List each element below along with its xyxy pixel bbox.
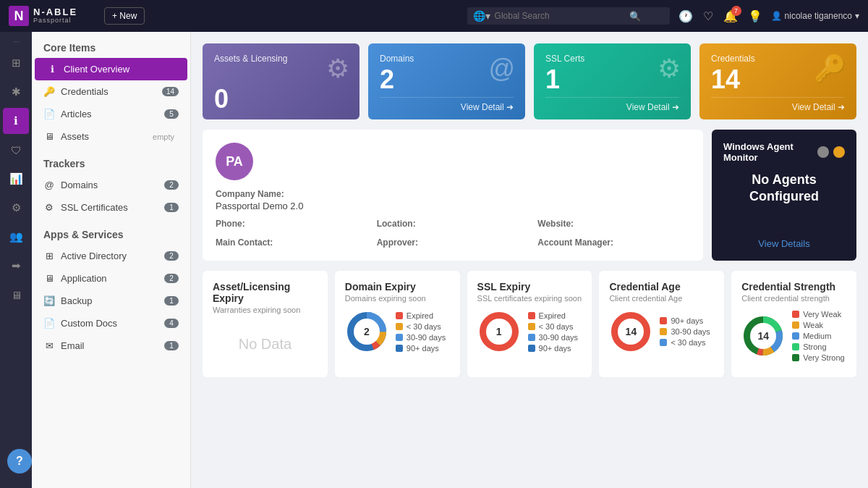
credential-age-donut-area: 14 90+ days 30-90 days < 30 days xyxy=(609,310,714,353)
stat-card-ssl[interactable]: SSL Certs 1 ⚙ View Detail ➜ xyxy=(534,43,691,119)
credential-strength-legend: Very Weak Weak Medium Strong Very Strong xyxy=(792,310,844,362)
ssl-donut-area: 1 Expired < 30 days 30-90 days 90+ days xyxy=(477,310,582,353)
legend-label: Medium xyxy=(803,332,831,340)
sidebar-icon-arrow[interactable]: ➡ xyxy=(3,253,29,279)
view-details-link[interactable]: View Details xyxy=(758,232,809,249)
sidebar-icon-chart[interactable]: 📊 xyxy=(3,166,29,192)
credential-strength-card: Credential Strength Client credential st… xyxy=(731,271,856,377)
new-button[interactable]: + New xyxy=(104,7,145,25)
legend-label: 90+ days xyxy=(539,344,571,353)
toggle-orange-button[interactable] xyxy=(833,146,845,158)
credential-strength-subtitle: Client credential strength xyxy=(741,294,846,303)
legend-dot xyxy=(792,343,799,350)
heart-icon[interactable]: ♡ xyxy=(703,9,713,23)
stat-card-domains-footer[interactable]: View Detail ➜ xyxy=(380,97,514,112)
sidebar-item-assets[interactable]: 🖥 Assets empty xyxy=(32,125,190,148)
legend-label: 30-90 days xyxy=(407,333,446,342)
ssl-icon: ⚙ xyxy=(43,202,55,213)
legend-dot xyxy=(396,345,403,352)
credential-age-donut-chart: 14 xyxy=(609,310,652,353)
sidebar-icon-settings[interactable]: ⚙ xyxy=(3,195,29,221)
globe-icon[interactable]: 🌐▾ xyxy=(473,10,490,22)
location-label: Location: xyxy=(377,219,529,229)
stat-card-assets-value: 0 xyxy=(214,86,348,112)
legend-item: < 30 days xyxy=(528,322,578,331)
legend-item: Very Weak xyxy=(792,310,844,319)
client-info-row: PA Company Name: Passportal Demo 2.0 Pho… xyxy=(203,130,856,261)
sidebar-label-ssl-certs: SSL Certificates xyxy=(61,202,158,213)
toggle-gray-button[interactable] xyxy=(817,146,829,158)
legend-dot xyxy=(528,323,535,330)
sidebar-label-client-overview: Client Overview xyxy=(64,64,176,75)
legend-dot xyxy=(396,334,403,341)
stat-card-credentials-icon: 🔑 xyxy=(814,54,846,84)
stat-card-credentials[interactable]: Credentials 14 🔑 View Detail ➜ xyxy=(699,43,856,119)
domain-expiry-subtitle: Domains expiring soon xyxy=(345,294,450,303)
domain-donut-chart: 2 xyxy=(345,310,388,353)
application-icon: 🖥 xyxy=(43,273,55,284)
help-button[interactable]: ? xyxy=(7,449,32,474)
approver-field: Approver: xyxy=(377,237,529,248)
sidebar-item-backup[interactable]: 🔄 Backup 1 xyxy=(32,290,190,312)
main-content: Assets & Licensing 0 ⚙ Domains 2 @ View … xyxy=(191,32,868,488)
backup-icon: 🔄 xyxy=(43,295,55,306)
trackers-title: Trackers xyxy=(32,148,190,174)
sidebar-icon-shield[interactable]: 🛡 xyxy=(3,137,29,163)
logo-text: N-ABLE Passportal xyxy=(33,7,77,25)
phone-field: Phone: xyxy=(216,219,368,229)
sidebar-item-email[interactable]: ✉ Email 1 xyxy=(32,335,190,357)
credentials-badge: 14 xyxy=(162,87,179,96)
no-agents-text: No Agents Configured xyxy=(723,172,845,206)
stat-card-domains-icon: @ xyxy=(488,54,515,84)
ssl-donut-value: 1 xyxy=(496,326,502,337)
sidebar-item-ssl-certificates[interactable]: ⚙ SSL Certificates 1 xyxy=(32,196,190,219)
agent-monitor-card: Windows Agent Monitor No Agents Configur… xyxy=(712,130,856,261)
sidebar-icon-monitor[interactable]: ⊞ xyxy=(3,50,29,76)
legend-item: Expired xyxy=(396,311,446,320)
main-contact-label: Main Contact: xyxy=(216,237,368,248)
history-icon[interactable]: 🕐 xyxy=(678,9,693,23)
custom-docs-badge: 4 xyxy=(164,319,179,328)
website-field: Website: xyxy=(537,219,690,229)
stat-card-assets[interactable]: Assets & Licensing 0 ⚙ xyxy=(203,43,359,119)
credential-age-title: Credential Age xyxy=(609,281,714,293)
sidebar-item-custom-docs[interactable]: 📄 Custom Docs 4 xyxy=(32,312,190,335)
core-items-title: Core Items xyxy=(32,32,190,58)
sidebar-item-client-overview[interactable]: ℹ Client Overview xyxy=(35,58,187,80)
sidebar-item-articles[interactable]: 📄 Articles 5 xyxy=(32,103,190,125)
domain-icon: @ xyxy=(43,180,55,190)
ssl-donut-chart: 1 xyxy=(477,310,521,353)
search-input[interactable] xyxy=(495,11,625,21)
sidebar-item-credentials[interactable]: 🔑 Credentials 14 xyxy=(32,80,190,103)
legend-item: 30-90 days xyxy=(660,327,710,336)
stat-card-domains[interactable]: Domains 2 @ View Detail ➜ xyxy=(368,43,525,119)
bell-icon[interactable]: 🔔 7 xyxy=(723,9,738,23)
legend-item: Weak xyxy=(792,321,844,329)
sidebar-icon-users[interactable]: 👥 xyxy=(3,224,29,250)
active-directory-icon: ⊞ xyxy=(43,251,55,261)
sidebar-icon-asterisk[interactable]: ✱ xyxy=(3,79,29,105)
domain-legend: Expired < 30 days 30-90 days 90+ days xyxy=(396,311,446,353)
stat-card-credentials-footer[interactable]: View Detail ➜ xyxy=(711,97,845,112)
search-icon[interactable]: 🔍 xyxy=(629,11,641,22)
sidebar-item-active-directory[interactable]: ⊞ Active Directory 2 xyxy=(32,245,190,267)
sidebar-item-application[interactable]: 🖥 Application 2 xyxy=(32,267,190,290)
legend-dot xyxy=(660,328,667,335)
lightbulb-icon[interactable]: 💡 xyxy=(748,9,762,23)
agent-monitor-title: Windows Agent Monitor xyxy=(723,141,817,163)
sidebar-icon-server[interactable]: 🖥 xyxy=(3,282,29,308)
logo-sub: Passportal xyxy=(33,17,77,25)
sidebar-icon-info[interactable]: ℹ xyxy=(3,108,29,134)
credential-age-card: Credential Age Client credential Age 14 … xyxy=(599,271,724,377)
sidebar-item-domains[interactable]: @ Domains 2 xyxy=(32,174,190,196)
ssl-expiry-card: SSL Expiry SSL certificates expiring soo… xyxy=(467,271,592,377)
legend-label: Expired xyxy=(407,311,433,320)
client-avatar: PA xyxy=(216,143,253,180)
phone-label: Phone: xyxy=(216,219,368,229)
legend-item: Very Strong xyxy=(792,353,844,362)
user-menu[interactable]: 👤 nicolae tiganenco ▾ xyxy=(771,11,859,21)
location-field: Location: xyxy=(377,219,529,229)
expiry-row: Asset/Licensing Expiry Warranties expiri… xyxy=(203,271,856,377)
legend-dot xyxy=(528,345,535,352)
stat-card-ssl-footer[interactable]: View Detail ➜ xyxy=(545,97,679,112)
